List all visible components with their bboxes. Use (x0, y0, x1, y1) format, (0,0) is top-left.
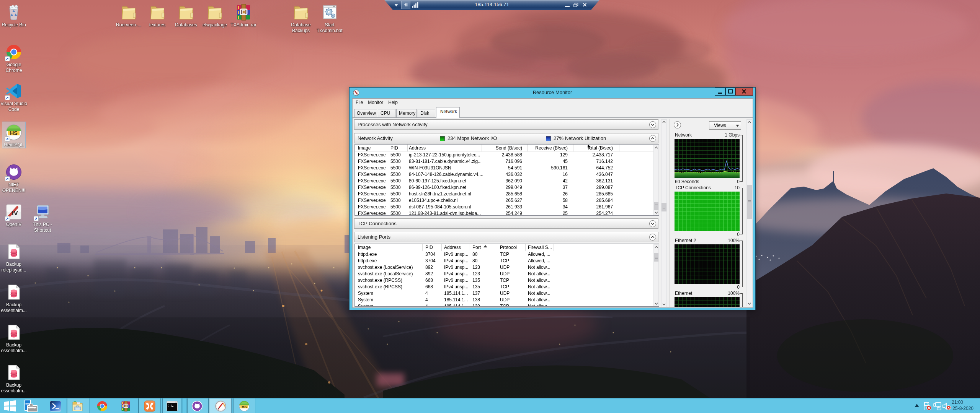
svg-text:HS: HS (242, 405, 247, 409)
svg-text:C:\: C:\ (168, 404, 173, 407)
svg-text:IV: IV (12, 210, 18, 217)
svg-text:HS: HS (10, 130, 17, 136)
